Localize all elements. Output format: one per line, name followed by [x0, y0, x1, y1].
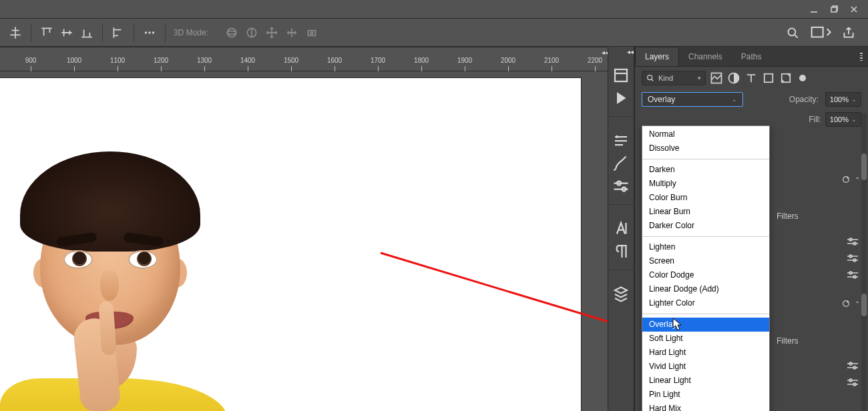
- distribute-left-icon[interactable]: [111, 25, 126, 40]
- mouse-cursor-icon: [672, 318, 683, 331]
- layers-panel: » Layers Channels Paths Kind ▾ Over: [634, 47, 868, 411]
- distribute-top-icon[interactable]: [39, 25, 54, 40]
- ruler-tick: 2100: [552, 57, 566, 64]
- filter-pixel-icon[interactable]: [710, 71, 723, 85]
- blend-mode-option[interactable]: Linear Light: [642, 374, 769, 388]
- ruler-tick: 1900: [465, 57, 479, 64]
- canvas-zone[interactable]: ◂◂ 9001000110012001300140015001600170018…: [0, 47, 608, 411]
- panel-flyout-menu-icon[interactable]: [860, 52, 863, 61]
- filter-blend-options-icon[interactable]: [847, 254, 859, 264]
- actions-panel-icon[interactable]: [611, 89, 631, 107]
- ruler-horizontal[interactable]: 9001000110012001300140015001600170018001…: [0, 57, 608, 71]
- filter-shape-icon[interactable]: [762, 71, 775, 85]
- blend-mode-menu[interactable]: NormalDissolveDarkenMultiplyColor BurnLi…: [642, 125, 770, 411]
- svg-rect-10: [812, 27, 823, 37]
- panel-collapse-right-icon[interactable]: ◂◂: [626, 47, 635, 56]
- roll-3d-icon[interactable]: [244, 25, 259, 40]
- filter-type-icon[interactable]: [744, 71, 758, 85]
- layer-filter-row: Kind ▾: [635, 67, 868, 89]
- blend-mode-option[interactable]: Hard Light: [642, 346, 769, 360]
- panel-scrollbar[interactable]: [861, 113, 867, 411]
- tab-layers[interactable]: Layers: [635, 47, 679, 66]
- blend-mode-option[interactable]: Lighten: [642, 240, 769, 254]
- filter-toggle-icon[interactable]: [799, 75, 806, 81]
- svg-rect-19: [765, 74, 773, 83]
- scrollbar-thumb[interactable]: [861, 153, 867, 180]
- blend-mode-option[interactable]: Hard Mix: [642, 402, 769, 411]
- search-icon[interactable]: [785, 25, 800, 40]
- blend-mode-dropdown[interactable]: Overlay ⌄: [642, 92, 743, 107]
- scale-3d-icon[interactable]: [304, 25, 319, 40]
- paragraph-panel-icon[interactable]: [611, 243, 631, 260]
- blend-mode-option[interactable]: Darken: [642, 163, 769, 177]
- layer-filter-kind-dropdown[interactable]: Kind ▾: [642, 71, 706, 85]
- adjustments-panel-icon[interactable]: [611, 177, 631, 195]
- blend-mode-option[interactable]: Normal: [642, 127, 769, 141]
- filter-blend-options-icon[interactable]: [847, 238, 859, 248]
- blend-mode-option[interactable]: Soft Light: [642, 332, 769, 346]
- align-center-horizontal-icon[interactable]: [8, 25, 23, 40]
- blend-row: Overlay ⌄ Opacity: 100% ⌄: [635, 89, 868, 109]
- panel-collapse-left-icon[interactable]: ◂◂: [600, 47, 608, 57]
- smart-filter-visibility-icon[interactable]: [841, 175, 851, 184]
- window-minimize-button[interactable]: [804, 2, 824, 17]
- blend-mode-option[interactable]: Linear Dodge (Add): [642, 282, 769, 296]
- ruler-tick: 1800: [421, 57, 436, 64]
- chevron-up-icon[interactable]: ⌃: [855, 300, 860, 308]
- blend-mode-option[interactable]: Dissolve: [642, 141, 769, 155]
- chevron-up-icon[interactable]: ⌃: [855, 176, 860, 183]
- tab-paths[interactable]: Paths: [732, 47, 771, 66]
- blend-mode-option[interactable]: Color Dodge: [642, 268, 769, 282]
- filter-blend-options-icon[interactable]: [847, 378, 859, 388]
- pan-3d-icon[interactable]: [264, 25, 279, 40]
- blend-mode-option[interactable]: Darker Color: [642, 219, 769, 233]
- ruler-tick: 1700: [378, 57, 393, 64]
- blend-mode-option[interactable]: Multiply: [642, 177, 769, 191]
- opacity-label: Opacity:: [789, 95, 819, 104]
- fill-label: Fill:: [809, 115, 821, 124]
- brush-settings-panel-icon[interactable]: [611, 155, 631, 172]
- filter-blend-options-icon[interactable]: [847, 271, 859, 281]
- blend-mode-option[interactable]: Screen: [642, 254, 769, 268]
- blend-mode-option[interactable]: Linear Burn: [642, 205, 769, 219]
- distribute-bottom-icon[interactable]: [79, 25, 94, 40]
- blend-mode-value: Overlay: [648, 95, 675, 104]
- filter-blend-options-icon[interactable]: [847, 362, 859, 372]
- layer-row-controls: ⌃: [841, 175, 860, 184]
- blend-mode-option[interactable]: Pin Light: [642, 388, 769, 402]
- chevron-down-icon: ⌄: [732, 96, 737, 103]
- document-canvas[interactable]: [0, 78, 581, 411]
- panel-tab-strip: Layers Channels Paths: [635, 47, 868, 67]
- ruler-tick: 2000: [508, 57, 523, 64]
- svg-rect-7: [308, 30, 316, 35]
- distribute-vertical-icon[interactable]: [59, 25, 74, 40]
- screen-mode-icon[interactable]: [809, 25, 832, 40]
- history-panel-icon[interactable]: [611, 67, 631, 84]
- fill-value-dropdown[interactable]: 100% ⌄: [825, 112, 861, 127]
- tab-channels[interactable]: Channels: [679, 47, 732, 66]
- chevron-down-icon: ▾: [698, 75, 701, 81]
- smart-filter-visibility-icon[interactable]: [841, 299, 851, 308]
- svg-point-13: [616, 135, 618, 138]
- layer-filter-kind-label: Kind: [658, 74, 673, 82]
- window-restore-button[interactable]: [824, 2, 844, 17]
- svg-rect-12: [615, 69, 627, 81]
- character-panel-icon[interactable]: [611, 220, 631, 238]
- blend-mode-option[interactable]: Overlay: [642, 318, 769, 332]
- options-bar: 3D Mode:: [0, 19, 868, 47]
- more-options-icon[interactable]: [142, 25, 157, 40]
- properties-panel-icon[interactable]: [611, 132, 631, 149]
- window-close-button[interactable]: [844, 2, 864, 17]
- scrollbar-thumb[interactable]: [861, 294, 867, 316]
- filter-adjustment-icon[interactable]: [727, 71, 740, 85]
- opacity-value-dropdown[interactable]: 100% ⌄: [825, 92, 861, 107]
- filter-smartobject-icon[interactable]: [779, 71, 793, 85]
- orbit-3d-icon[interactable]: [224, 25, 239, 40]
- libraries-panel-icon[interactable]: [611, 286, 631, 303]
- share-icon[interactable]: [841, 25, 856, 40]
- blend-mode-option[interactable]: Vivid Light: [642, 360, 769, 374]
- slide-3d-icon[interactable]: [284, 25, 299, 40]
- blend-mode-option[interactable]: Lighter Color: [642, 296, 769, 310]
- svg-point-2: [148, 31, 151, 34]
- blend-mode-option[interactable]: Color Burn: [642, 191, 769, 205]
